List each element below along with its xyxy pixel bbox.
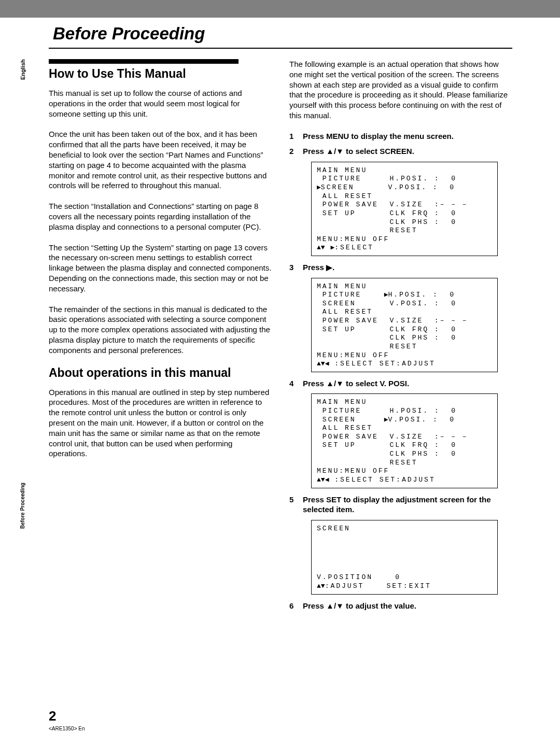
osd-screen-1: MAIN MENU PICTURE H.POSI. : 0 SCREEN V.P… <box>311 162 498 256</box>
step-number: 3 <box>289 263 297 272</box>
section-tab: Before Proceeding <box>20 436 25 482</box>
step-3: 3 Press . <box>289 262 512 273</box>
step-6: 6 Press / to adjust the value. <box>289 601 512 611</box>
intro-para-3: The section “Installation and Connection… <box>49 201 272 232</box>
topbar <box>0 0 560 18</box>
chapter-rule <box>49 48 512 49</box>
down-icon <box>321 582 325 590</box>
left-icon <box>325 476 329 484</box>
down-icon <box>336 379 344 388</box>
down-icon <box>336 601 344 610</box>
step-4: 4 Press / to select V. POSI. <box>289 378 512 389</box>
left-icon <box>325 360 329 368</box>
up-icon <box>326 379 334 388</box>
step-text: Press SET to display the adjustment scre… <box>303 495 512 515</box>
osd-screen-2: MAIN MENU PICTURE H.POSI. : 0 SCREEN V.P… <box>311 278 498 372</box>
step-1: 1 Press MENU to display the menu screen. <box>289 131 512 142</box>
about-ops-heading: About operations in this manual <box>49 366 272 380</box>
step-text: Press / to adjust the value. <box>303 601 512 611</box>
osd-screen-3: MAIN MENU PICTURE H.POSI. : 0 SCREEN V.P… <box>311 393 498 488</box>
intro-para-2: Once the unit has been taken out of the … <box>49 129 272 191</box>
step-5: 5 Press SET to display the adjustment sc… <box>289 495 512 515</box>
about-ops-para: Operations in this manual are outlined i… <box>49 387 272 459</box>
step-text: Press MENU to display the menu screen. <box>303 131 512 142</box>
down-icon <box>321 244 325 251</box>
intro-para-5: The remainder of the sections in this ma… <box>49 304 272 356</box>
up-icon <box>317 244 321 251</box>
step-2: 2 Press / to select SCREEN. <box>289 146 512 157</box>
up-icon <box>317 360 321 368</box>
intro-para-1: This manual is set up to follow the cour… <box>49 88 272 119</box>
osd-adjust-screen: SCREEN V.POSITION 0 :ADJUST SET:EXIT <box>311 520 498 595</box>
step-number: 4 <box>289 379 297 388</box>
document-id: <ARE1350> En <box>49 726 85 731</box>
intro-para-4: The section “Setting Up the System” star… <box>49 243 272 294</box>
up-icon <box>317 582 321 590</box>
right-icon <box>326 263 332 272</box>
step-number: 5 <box>289 495 297 504</box>
down-icon <box>336 147 344 156</box>
left-column: How to Use This Manual This manual is se… <box>49 59 272 616</box>
chapter-title: Before Proceeding <box>53 24 205 44</box>
example-intro: The following example is an actual opera… <box>289 59 512 121</box>
step-number: 6 <box>289 601 297 610</box>
down-icon <box>321 476 325 484</box>
language-tab: English <box>20 57 46 64</box>
step-text: Press / to select V. POSI. <box>303 378 512 389</box>
right-column: The following example is an actual opera… <box>289 59 512 616</box>
step-text: Press / to select SCREEN. <box>303 146 512 157</box>
right-icon <box>317 184 321 191</box>
up-icon <box>326 147 334 156</box>
up-icon <box>317 476 321 484</box>
step-number: 1 <box>289 132 297 140</box>
up-icon <box>326 601 334 610</box>
down-icon <box>321 360 325 368</box>
step-text: Press . <box>303 262 512 273</box>
step-number: 2 <box>289 147 297 156</box>
page-number: 2 <box>49 708 56 724</box>
heading-bar <box>49 59 239 64</box>
how-to-use-heading: How to Use This Manual <box>49 67 272 81</box>
